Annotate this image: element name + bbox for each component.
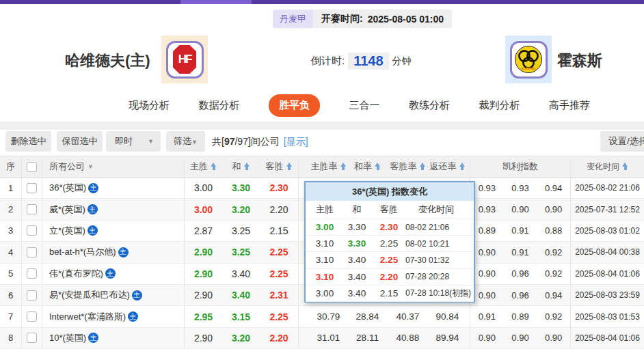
tab-现场分析[interactable]: 现场分析 [129, 99, 170, 112]
popup-draw-odds: 3.40 [341, 272, 373, 282]
odds-change-popup: 36*(英国) 指数变化 主胜 和 客胜 变化时间 3.00 3.30 2.30… [304, 181, 475, 303]
tab-高手推荐[interactable]: 高手推荐 [549, 99, 590, 112]
home-odds: 2.90 [185, 328, 222, 348]
home-rate: 30.79 [299, 306, 349, 326]
header-return-rate[interactable]: 返还率 [425, 156, 470, 177]
away-odds: 2.20 [260, 328, 299, 348]
header-company[interactable]: 所有公司▼ [42, 156, 185, 177]
header-home-odds[interactable]: 主胜 [185, 156, 222, 177]
row-checkbox[interactable] [27, 268, 37, 279]
draw-odds: 3.20 [222, 328, 260, 348]
row-checkbox[interactable] [27, 311, 37, 322]
popup-away-odds: 2.25 [373, 238, 405, 249]
show-link[interactable]: [显示] [284, 136, 308, 147]
company-cell[interactable]: bet-at-h*(马尔他)主 [42, 242, 185, 262]
popup-row: 3.00 3.30 2.30 08-02 21:06 [306, 219, 474, 236]
settings-button[interactable]: 设置/选择 [600, 131, 644, 152]
popup-row: 3.10 3.30 2.25 08-02 10:21 [306, 236, 474, 252]
sort-up-icon [244, 163, 250, 171]
draw-odds: 3.20 [222, 199, 260, 219]
sort-up-icon [459, 163, 466, 171]
sort-up-icon [420, 163, 426, 171]
change-time: 2025-08-03 01:53 [571, 306, 644, 326]
countdown-unit: 分钟 [392, 55, 412, 68]
change-time: 2025-08-04 01:06 [571, 328, 644, 348]
header-index: 序 [0, 156, 22, 177]
draw-odds: 3.30 [222, 178, 260, 198]
away-odds: 2.20 [260, 199, 299, 219]
return-rate: 89.94 [425, 328, 470, 348]
toolbar: 删除选中 保留选中 即时▼ 筛选▼ 共[97/97]间公司[显示] 设置/选择 [0, 130, 644, 156]
company-count: 共[97/97]间公司[显示] [212, 131, 308, 152]
tab-数据分析[interactable]: 数据分析 [199, 99, 240, 112]
delete-selected-button[interactable]: 删除选中 [5, 131, 51, 152]
sort-up-icon [211, 163, 217, 171]
draw-odds: 3.40 [222, 264, 260, 284]
header-away-odds[interactable]: 客胜 [260, 156, 299, 177]
row-checkbox[interactable] [27, 247, 37, 257]
header-home-rate[interactable]: 主胜率 [299, 156, 349, 177]
main-company-icon: 主 [118, 247, 129, 257]
row-index: 7 [0, 306, 22, 326]
header-draw-rate[interactable]: 和率 [349, 156, 386, 177]
row-checkbox[interactable] [27, 225, 37, 236]
home-odds: 2.95 [185, 306, 222, 326]
header-change-time[interactable]: 变化时间 [571, 156, 644, 177]
draw-rate: 28.11 [349, 328, 386, 348]
return-rate: 90.84 [425, 306, 470, 326]
main-company-icon: 主 [88, 333, 98, 343]
row-checkbox[interactable] [27, 333, 37, 343]
away-team-name: 霍森斯 [557, 51, 602, 71]
home-odds: 3.00 [185, 199, 222, 219]
popup-draw-odds: 3.30 [341, 222, 373, 232]
company-cell[interactable]: 10*(英国)主 [42, 328, 185, 348]
row-checkbox[interactable] [27, 290, 37, 301]
company-cell[interactable]: 威*(英国)主 [42, 199, 185, 219]
row-checkbox[interactable] [27, 183, 37, 193]
row-index: 3 [0, 221, 22, 241]
away-odds: 2.25 [260, 242, 299, 262]
away-odds: 2.25 [260, 306, 299, 326]
instant-dropdown[interactable]: 即时▼ [106, 131, 161, 152]
filter-dropdown[interactable]: 筛选▼ [166, 131, 205, 152]
row-index: 2 [0, 199, 22, 219]
kelly-values: 0.930.930.94 [470, 178, 571, 198]
header-draw-odds[interactable]: 和 [222, 156, 260, 177]
select-all-checkbox[interactable] [27, 162, 37, 172]
home-odds: 2.90 [185, 264, 222, 284]
table-row: 7 Interwet*(塞浦路斯)主 2.95 3.15 2.25 30.79 … [0, 306, 644, 327]
popup-header-row: 主胜 和 客胜 变化时间 [306, 201, 474, 219]
league-badge[interactable]: 丹麦甲 [273, 10, 313, 28]
countdown-label: 倒计时: [311, 55, 345, 68]
popup-row: 3.10 3.40 2.20 07-28 20:28 [306, 269, 474, 285]
company-cell[interactable]: 易*(安提瓜和巴布达)主 [42, 285, 185, 305]
away-odds: 2.31 [260, 285, 299, 305]
popup-home-odds: 3.10 [308, 272, 341, 282]
tab-三合一[interactable]: 三合一 [349, 99, 380, 112]
home-crest-icon: HF [173, 45, 196, 74]
away-odds: 2.15 [260, 221, 299, 241]
top-accent-segment [180, 0, 252, 4]
company-cell[interactable]: Interwet*(塞浦路斯)主 [42, 306, 185, 326]
company-cell[interactable]: 36*(英国)主 [42, 178, 185, 198]
tab-胜平负[interactable]: 胜平负 [269, 94, 320, 117]
header-away-rate[interactable]: 客胜率 [386, 156, 425, 177]
popup-draw-odds: 3.40 [341, 288, 373, 298]
draw-odds: 3.15 [222, 306, 260, 326]
company-cell[interactable]: 伟*(直布罗陀)主 [42, 264, 185, 284]
chevron-down-icon: ▼ [88, 163, 94, 170]
row-checkbox[interactable] [27, 204, 37, 214]
popup-away-odds: 2.30 [373, 222, 405, 232]
row-index: 1 [0, 178, 22, 198]
tab-裁判分析[interactable]: 裁判分析 [479, 99, 520, 112]
tab-教练分析[interactable]: 教练分析 [409, 99, 450, 112]
popup-change-time: 07-28 20:28 [405, 272, 505, 281]
main-company-icon: 主 [132, 290, 142, 301]
svg-text:AC HORSENS: AC HORSENS [522, 68, 535, 70]
company-cell[interactable]: 立*(英国)主 [42, 221, 185, 241]
popup-title: 36*(英国) 指数变化 [306, 182, 474, 201]
home-team-name: 哈维德夫(主) [65, 51, 150, 71]
home-logo-frame: HF [166, 41, 204, 79]
keep-selected-button[interactable]: 保留选中 [57, 131, 103, 152]
home-odds: 3.00 [185, 178, 222, 198]
